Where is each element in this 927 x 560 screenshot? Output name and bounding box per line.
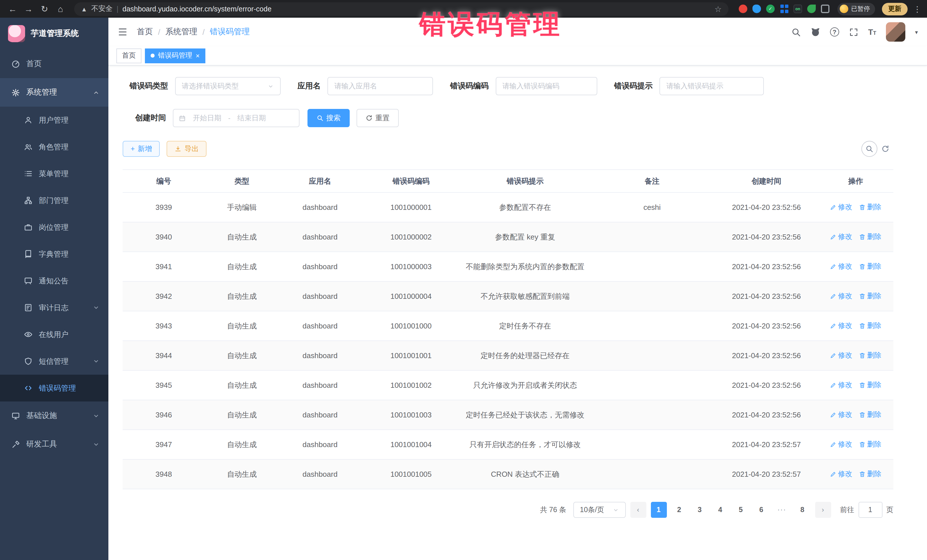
browser-forward-icon[interactable]: → (22, 4, 35, 14)
goto-page-input[interactable] (858, 502, 882, 518)
browser-home-icon[interactable]: ⌂ (54, 4, 67, 14)
page-size-select[interactable]: 10条/页 (573, 502, 626, 518)
sidebar-item-menus[interactable]: 菜单管理 (0, 160, 108, 187)
start-date-input[interactable] (189, 114, 225, 122)
prev-page-button[interactable]: ‹ (630, 502, 646, 518)
export-button[interactable]: 导出 (167, 141, 207, 157)
sidebar-item-roles[interactable]: 角色管理 (0, 134, 108, 160)
delete-link[interactable]: 删除 (859, 469, 881, 479)
edit-link[interactable]: 修改 (830, 410, 852, 420)
fullscreen-icon[interactable] (849, 27, 859, 37)
browser-back-icon[interactable]: ← (6, 4, 20, 14)
more-pages-icon[interactable]: ··· (774, 502, 790, 518)
browser-update-button[interactable]: 更新 (882, 3, 907, 15)
page-button-6[interactable]: 6 (753, 502, 769, 518)
end-date-input[interactable] (234, 114, 269, 122)
sidebar-item-sms[interactable]: 短信管理 (0, 348, 108, 375)
app-logo[interactable]: 芋道管理系统 (0, 18, 108, 50)
tag-home[interactable]: 首页 (116, 48, 141, 63)
delete-link[interactable]: 删除 (859, 380, 881, 390)
extensions-puzzle-icon[interactable] (821, 5, 830, 13)
font-size-icon[interactable]: TT (868, 28, 876, 36)
refresh-table-button[interactable] (877, 141, 894, 157)
edit-link[interactable]: 修改 (830, 469, 852, 479)
page-button-3[interactable]: 3 (692, 502, 708, 518)
error-type-select[interactable]: 请选择错误码类型 (175, 77, 280, 95)
sidebar-item-home[interactable]: 首页 (0, 50, 108, 78)
app-title: 芋道管理系统 (31, 29, 79, 39)
error-code-input[interactable] (495, 77, 597, 95)
avatar-caret-icon[interactable]: ▾ (915, 29, 918, 35)
cell-id: 3942 (123, 292, 205, 300)
sidebar-item-notices[interactable]: 通知公告 (0, 267, 108, 294)
edit-link[interactable]: 修改 (830, 321, 852, 331)
app-name-input[interactable] (327, 77, 433, 95)
delete-link[interactable]: 删除 (859, 321, 881, 331)
page-button-5[interactable]: 5 (733, 502, 749, 518)
browser-refresh-icon[interactable]: ↻ (38, 4, 51, 14)
edit-link[interactable]: 修改 (830, 351, 852, 360)
search-icon[interactable] (791, 27, 801, 37)
edit-link[interactable]: 修改 (830, 380, 852, 390)
tag-error-codes[interactable]: 错误码管理 × (145, 48, 205, 63)
edit-link[interactable]: 修改 (830, 232, 852, 242)
table-row: 3945 自动生成 dashboard 1001001002 只允许修改为开启或… (123, 371, 894, 400)
recorder-extension-icon[interactable] (739, 5, 747, 13)
search-button[interactable]: 搜索 (307, 109, 350, 127)
delete-link[interactable]: 删除 (859, 291, 881, 301)
delete-link[interactable]: 删除 (859, 202, 881, 212)
url-text[interactable]: dashboard.yudao.iocoder.cn/system/error-… (122, 5, 711, 13)
bookmark-star-icon[interactable]: ☆ (714, 4, 722, 14)
pencil-icon (830, 234, 836, 240)
sidebar-item-system[interactable]: 系统管理 (0, 78, 108, 107)
browser-profile-badge[interactable]: 已暂停 (837, 3, 875, 15)
help-icon[interactable]: ? (830, 27, 839, 36)
delete-link[interactable]: 删除 (859, 351, 881, 360)
sidebar: 芋道管理系统 首页 系统管理 用户管理 (0, 18, 108, 560)
leaf-extension-icon[interactable] (807, 5, 816, 13)
add-button[interactable]: + 新增 (123, 141, 160, 157)
cell-id: 3944 (123, 351, 205, 360)
user-avatar[interactable] (886, 22, 905, 42)
toggle-search-button[interactable] (862, 141, 877, 157)
page-button-1[interactable]: 1 (650, 502, 667, 518)
sidebar-item-dictionary[interactable]: 字典管理 (0, 241, 108, 267)
page-button-8[interactable]: 8 (794, 502, 810, 518)
sidebar-item-departments[interactable]: 部门管理 (0, 187, 108, 214)
browser-menu-icon[interactable]: ⋮ (913, 4, 921, 14)
breadcrumb-home[interactable]: 首页 (137, 27, 153, 37)
grid-extension-icon[interactable] (780, 5, 789, 13)
sidebar-item-posts[interactable]: 岗位管理 (0, 214, 108, 241)
security-label[interactable]: 不安全 (91, 4, 112, 14)
colorpicker-extension-icon[interactable] (752, 5, 761, 13)
create-time-range-picker[interactable]: - (173, 109, 299, 127)
breadcrumb-system[interactable]: 系统管理 (166, 27, 198, 37)
sidebar-item-users[interactable]: 用户管理 (0, 107, 108, 134)
edit-link[interactable]: 修改 (830, 291, 852, 301)
sidebar-item-audit-log[interactable]: 审计日志 (0, 294, 108, 321)
edit-link[interactable]: 修改 (830, 202, 852, 212)
delete-link[interactable]: 删除 (859, 440, 881, 449)
sidebar-item-online-users[interactable]: 在线用户 (0, 321, 108, 348)
next-page-button[interactable]: › (815, 502, 831, 518)
vue-devtools-extension-icon[interactable]: ✓ (766, 5, 775, 13)
reset-button[interactable]: 重置 (357, 109, 399, 127)
error-hint-input[interactable] (660, 77, 764, 95)
sidebar-item-error-codes[interactable]: 错误码管理 (0, 375, 108, 401)
github-icon[interactable] (811, 27, 820, 37)
cell-operations: 修改 删除 (818, 380, 894, 390)
address-bar[interactable]: ▲ 不安全 | dashboard.yudao.iocoder.cn/syste… (74, 2, 728, 16)
sidebar-item-infrastructure[interactable]: 基础设施 (0, 401, 108, 430)
page-button-4[interactable]: 4 (712, 502, 728, 518)
sidebar-fold-icon[interactable] (117, 27, 128, 37)
delete-link[interactable]: 删除 (859, 410, 881, 420)
page-button-2[interactable]: 2 (671, 502, 687, 518)
delete-link[interactable]: 删除 (859, 262, 881, 272)
edit-link[interactable]: 修改 (830, 440, 852, 449)
delete-link[interactable]: 删除 (859, 232, 881, 242)
filter-code-label: 错误码编码 (450, 81, 489, 91)
sidebar-item-devtools[interactable]: 研发工具 (0, 430, 108, 458)
switch-on-extension-icon[interactable]: on (793, 5, 802, 13)
edit-link[interactable]: 修改 (830, 262, 852, 272)
close-icon[interactable]: × (196, 52, 200, 59)
